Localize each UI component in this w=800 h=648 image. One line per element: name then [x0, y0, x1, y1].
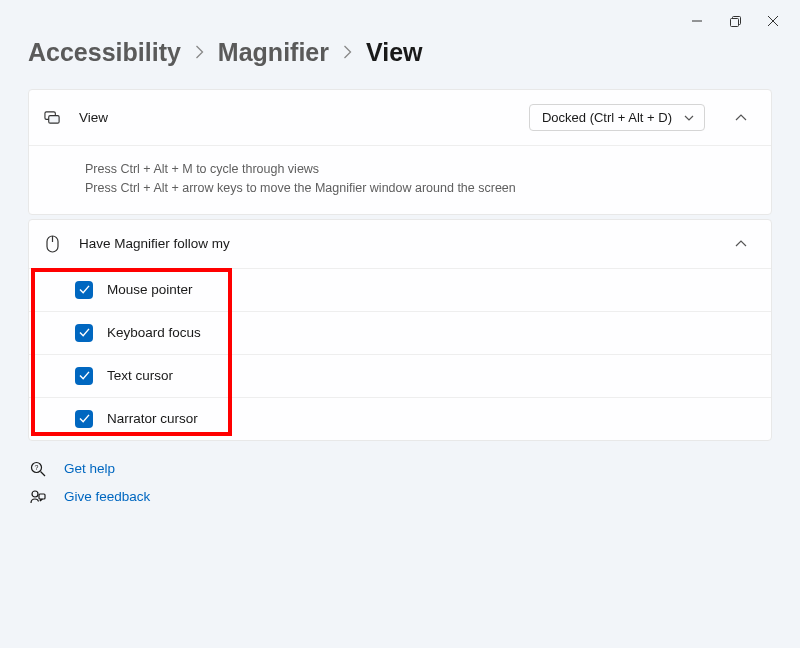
svg-text:?: ?: [35, 464, 39, 471]
dropdown-label: Docked (Ctrl + Alt + D): [542, 110, 672, 125]
mouse-icon: [43, 235, 61, 253]
checkbox-icon: [75, 367, 93, 385]
follow-card-title: Have Magnifier follow my: [79, 236, 705, 251]
svg-point-11: [32, 491, 38, 497]
give-feedback-link[interactable]: Give feedback: [64, 489, 150, 504]
breadcrumb-accessibility[interactable]: Accessibility: [28, 38, 181, 67]
breadcrumb-magnifier[interactable]: Magnifier: [218, 38, 329, 67]
checkbox-mouse-pointer[interactable]: Mouse pointer: [29, 269, 771, 311]
svg-rect-5: [48, 116, 58, 124]
close-button[interactable]: [754, 8, 792, 34]
svg-line-9: [41, 471, 46, 476]
checkbox-label: Keyboard focus: [107, 325, 201, 340]
view-icon: [43, 109, 61, 127]
checkbox-icon: [75, 281, 93, 299]
checkbox-text-cursor[interactable]: Text cursor: [29, 354, 771, 397]
view-card: View Docked (Ctrl + Alt + D) Press Ctrl …: [28, 89, 772, 215]
view-mode-dropdown[interactable]: Docked (Ctrl + Alt + D): [529, 104, 705, 131]
checkbox-icon: [75, 410, 93, 428]
help-icon: ?: [30, 461, 46, 477]
get-help-row: ? Get help: [30, 461, 772, 477]
view-card-title: View: [79, 110, 511, 125]
chevron-right-icon: [195, 44, 204, 64]
view-card-header[interactable]: View Docked (Ctrl + Alt + D): [29, 90, 771, 145]
window-controls: [0, 0, 800, 34]
follow-card-header[interactable]: Have Magnifier follow my: [29, 220, 771, 268]
breadcrumb-view: View: [366, 38, 423, 67]
chevron-up-icon: [735, 240, 747, 247]
checkbox-keyboard-focus[interactable]: Keyboard focus: [29, 311, 771, 354]
get-help-link[interactable]: Get help: [64, 461, 115, 476]
svg-rect-1: [730, 18, 738, 26]
follow-check-list: Mouse pointer Keyboard focus Text cursor…: [29, 268, 771, 440]
follow-card: Have Magnifier follow my Mouse pointer K…: [28, 219, 772, 441]
checkbox-icon: [75, 324, 93, 342]
checkbox-narrator-cursor[interactable]: Narrator cursor: [29, 397, 771, 440]
chevron-up-icon: [735, 114, 747, 121]
help-links: ? Get help Give feedback: [28, 461, 772, 505]
give-feedback-row: Give feedback: [30, 489, 772, 505]
chevron-down-icon: [684, 115, 694, 121]
maximize-button[interactable]: [716, 8, 754, 34]
svg-rect-12: [39, 494, 45, 499]
checkbox-label: Mouse pointer: [107, 282, 193, 297]
feedback-icon: [30, 489, 46, 505]
collapse-chevron[interactable]: [731, 234, 751, 254]
checkbox-label: Narrator cursor: [107, 411, 198, 426]
view-card-tips: Press Ctrl + Alt + M to cycle through vi…: [29, 145, 771, 214]
checkbox-label: Text cursor: [107, 368, 173, 383]
breadcrumb: Accessibility Magnifier View: [28, 38, 772, 67]
minimize-button[interactable]: [678, 8, 716, 34]
view-tip-2: Press Ctrl + Alt + arrow keys to move th…: [85, 179, 751, 198]
view-tip-1: Press Ctrl + Alt + M to cycle through vi…: [85, 160, 751, 179]
chevron-right-icon: [343, 44, 352, 64]
collapse-chevron[interactable]: [731, 108, 751, 128]
